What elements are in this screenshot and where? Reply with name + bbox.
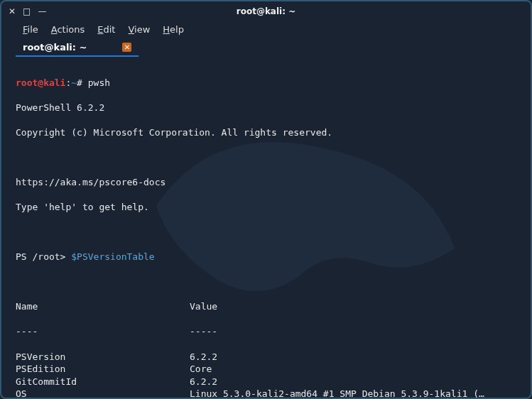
banner-line: PowerShell 6.2.2 [16, 102, 516, 114]
ps-prompt-line: PS /root> $PSVersionTable [16, 251, 516, 263]
tab-active[interactable]: root@kali: ~ ✕ [16, 39, 139, 57]
table-header-rule: --------- [16, 325, 516, 338]
minimize-icon[interactable]: — [38, 7, 46, 16]
table-row: PSEditionCore [16, 363, 516, 376]
typed-command: pwsh [88, 77, 110, 88]
menu-help[interactable]: Help [163, 24, 184, 35]
table-row: OSLinux 5.3.0-kali2-amd64 #1 SMP Debian … [16, 388, 516, 399]
blank-line [16, 226, 516, 239]
maximize-icon[interactable]: □ [23, 7, 31, 16]
menu-actions[interactable]: Actions [51, 24, 85, 35]
close-icon[interactable]: ✕ [9, 7, 16, 16]
tabstrip: root@kali: ~ ✕ [1, 39, 531, 57]
table-row: GitCommitId6.2.2 [16, 376, 516, 388]
banner-line: Type 'help' to get help. [16, 201, 516, 214]
menu-file[interactable]: File [23, 24, 38, 35]
menu-view[interactable]: View [128, 24, 150, 35]
banner-line: Copyright (c) Microsoft Corporation. All… [16, 126, 516, 139]
table-row: PSVersion6.2.2 [16, 351, 516, 364]
menu-edit[interactable]: Edit [97, 24, 115, 35]
blank-line [16, 275, 516, 288]
shell-prompt-line: root@kali:~# pwsh [16, 77, 516, 89]
terminal-output[interactable]: root@kali:~# pwsh PowerShell 6.2.2 Copyr… [1, 57, 531, 399]
menubar: File Actions Edit View Help [1, 21, 531, 39]
table-header: NameValue [16, 300, 516, 313]
banner-line: https://aka.ms/pscore6-docs [16, 176, 516, 189]
prompt-userhost: root@kali [16, 77, 65, 88]
tab-label: root@kali: ~ [23, 42, 87, 53]
ps-command: $PSVersionTable [71, 251, 154, 262]
titlebar[interactable]: ✕ □ — root@kali: ~ [1, 1, 531, 21]
tab-close-icon[interactable]: ✕ [122, 43, 131, 52]
blank-line [16, 151, 516, 164]
prompt-path: ~ [71, 77, 77, 88]
window-title: root@kali: ~ [1, 6, 531, 16]
